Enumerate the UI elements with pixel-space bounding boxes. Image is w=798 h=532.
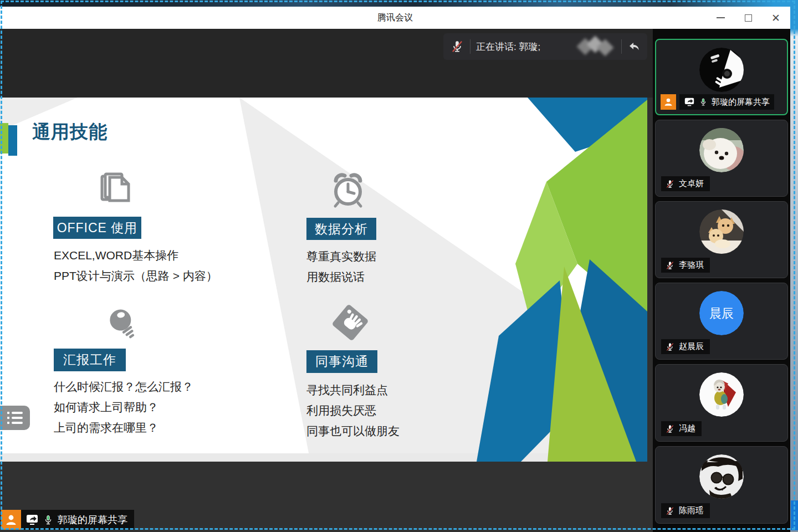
maximize-button[interactable]	[743, 12, 754, 23]
close-icon: ✕	[771, 13, 780, 23]
slide-text-line: 如何请求上司帮助？	[54, 397, 193, 417]
title-accent-green	[0, 123, 8, 154]
participants-sidebar: 郭璇的屏幕共享	[653, 29, 790, 532]
title-accent-blue	[8, 125, 17, 156]
screen-share-icon	[684, 97, 695, 107]
muted-mic-icon	[665, 179, 675, 189]
avatar-image	[699, 128, 744, 172]
avatar-image	[699, 48, 744, 92]
window-controls: ✕	[715, 7, 781, 29]
list-icon	[7, 412, 23, 424]
avatar	[699, 454, 744, 499]
avatar-image: 晨辰	[699, 291, 744, 335]
presenter-icon	[1, 510, 21, 530]
slide-text-line: EXCEL,WORD基本操作	[54, 245, 218, 265]
section-header-data: 数据分析	[306, 218, 376, 240]
participant-tile-zhaochenchen[interactable]: 晨辰 赵晨辰	[655, 283, 788, 360]
muted-mic-icon	[665, 260, 675, 270]
tag-hand-icon	[328, 304, 372, 346]
participant-tile-guoxuan[interactable]: 郭璇的屏幕共享	[655, 39, 788, 115]
active-mic-icon	[699, 97, 708, 107]
screen-share-label-text: 郭璇的屏幕共享	[58, 513, 127, 526]
slide-text-line: 用数据说话	[306, 267, 376, 287]
slide-text-line: 上司的需求在哪里？	[54, 417, 193, 438]
avatar	[699, 48, 744, 92]
avatar-image	[699, 454, 744, 499]
section-lines-report: 什么时候汇报？怎么汇报？ 如何请求上司帮助？ 上司的需求在哪里？	[54, 376, 193, 438]
section-header-office: OFFICE 使用	[53, 217, 141, 239]
participant-name: 冯越	[679, 423, 695, 434]
screen-share-label: 郭璇的屏幕共享	[21, 510, 134, 530]
documents-icon	[95, 170, 135, 211]
screen-share-icon	[25, 514, 39, 526]
section-lines-office: EXCEL,WORD基本操作 PPT设计与演示（思路 > 内容）	[54, 245, 218, 286]
avatar-initials: 晨辰	[709, 306, 734, 320]
section-lines-data: 尊重真实数据 用数据说话	[306, 246, 376, 287]
shared-screen-area: 正在讲话: 郭璇;	[0, 29, 653, 532]
desktop-background-strip	[0, 0, 798, 7]
tile-status-row: 郭璇的屏幕共享	[661, 94, 774, 110]
divider	[470, 39, 470, 54]
participant-name: 郭璇的屏幕共享	[712, 97, 770, 108]
presentation-slide: 通用技能 OFFICE 使用 EXCEL,WORD基本操作 PPT设计与演	[0, 98, 647, 462]
alarm-clock-icon	[328, 170, 368, 211]
section-header-communication: 同事沟通	[306, 350, 377, 373]
meeting-content: 正在讲话: 郭璇;	[0, 29, 790, 532]
avatar	[699, 128, 744, 172]
participant-tile-wenzhuoyan[interactable]: 文卓妍	[655, 120, 788, 197]
presenter-icon	[661, 94, 676, 110]
participant-badge: 冯越	[661, 421, 702, 436]
meeting-window: 腾讯会议 ✕	[0, 7, 790, 532]
minimize-icon	[717, 17, 725, 18]
window-titlebar: 腾讯会议 ✕	[0, 7, 790, 29]
slide-text-line: 寻找共同利益点	[306, 380, 400, 400]
muted-mic-icon	[665, 342, 675, 352]
muted-mic-icon	[665, 424, 675, 434]
reply-arrow-icon[interactable]	[627, 40, 641, 53]
participant-name: 陈雨瑶	[679, 505, 704, 516]
muted-mic-icon[interactable]	[450, 39, 464, 54]
watermark-logo	[576, 37, 616, 56]
slide-text-line: 同事也可以做朋友	[306, 421, 400, 441]
avatar	[699, 372, 744, 417]
slide-text-line: 什么时候汇报？怎么汇报？	[54, 376, 193, 397]
avatar: 晨辰	[699, 291, 744, 335]
participant-name: 李骆琪	[679, 260, 704, 270]
desktop-taskbar-fragment	[791, 500, 798, 530]
close-button[interactable]: ✕	[770, 12, 781, 23]
participant-tile-chenyuyao[interactable]: 陈雨瑶	[655, 446, 788, 524]
active-mic-icon	[43, 514, 54, 526]
slide-text-line: 尊重真实数据	[306, 246, 376, 267]
participant-badge: 李骆琪	[661, 258, 710, 273]
screenshot-root: 腾讯会议 ✕	[0, 0, 798, 532]
participant-name: 文卓妍	[679, 178, 704, 189]
speaking-label: 正在讲话: 郭璇;	[476, 40, 540, 53]
slide-title: 通用技能	[32, 120, 108, 145]
minimize-button[interactable]	[715, 12, 726, 23]
participant-tile-liluoqi[interactable]: 李骆琪	[655, 201, 788, 278]
divider	[621, 39, 622, 54]
slide-text-line: 利用损失厌恶	[306, 400, 400, 421]
muted-mic-icon	[665, 506, 675, 516]
avatar-image	[699, 372, 744, 417]
participant-tile-fengyue[interactable]: 冯越	[655, 364, 788, 442]
maximize-icon	[745, 14, 752, 22]
avatar-image	[699, 209, 744, 254]
desktop-background-strip-right	[790, 0, 798, 532]
participant-badge: 赵晨辰	[661, 339, 710, 354]
avatar	[699, 209, 744, 254]
section-lines-communication: 寻找共同利益点 利用损失厌恶 同事也可以做朋友	[306, 380, 400, 441]
slide-text-line: PPT设计与演示（思路 > 内容）	[54, 265, 218, 286]
participant-list-tab[interactable]	[0, 406, 30, 430]
participant-badge: 陈雨瑶	[661, 503, 710, 518]
window-title: 腾讯会议	[0, 12, 790, 24]
participant-badge: 文卓妍	[661, 176, 710, 191]
speaking-indicator-bar: 正在讲话: 郭璇;	[443, 33, 647, 60]
section-header-report: 汇报工作	[54, 349, 126, 371]
screen-share-banner: 郭璇的屏幕共享	[1, 510, 134, 530]
participant-name: 赵晨辰	[679, 341, 704, 352]
lightbulb-icon	[88, 304, 141, 344]
